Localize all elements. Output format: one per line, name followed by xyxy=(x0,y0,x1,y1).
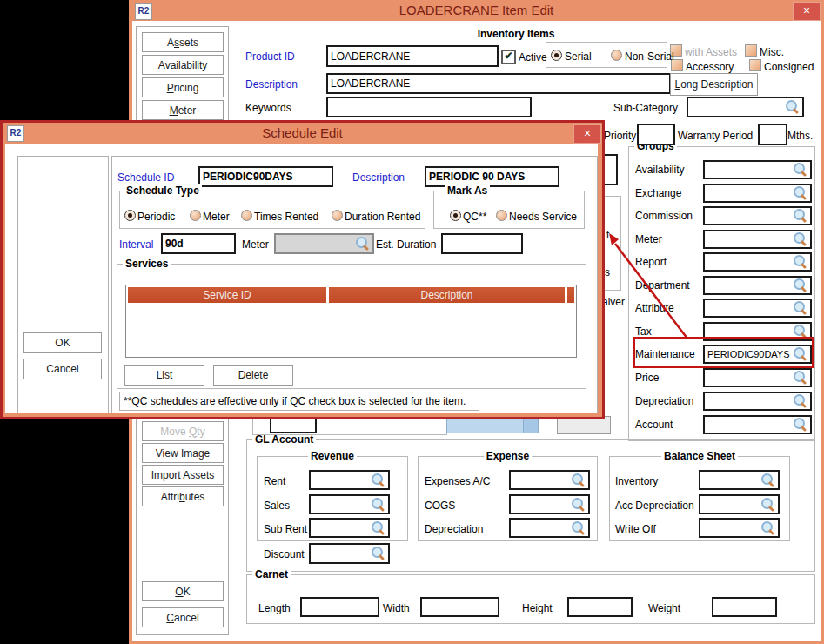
search-icon[interactable] xyxy=(793,417,808,433)
search-icon[interactable] xyxy=(793,278,808,293)
active-checkbox[interactable]: ✔ xyxy=(501,50,516,64)
serial-radio[interactable] xyxy=(551,50,562,61)
meter-type-label[interactable]: Meter xyxy=(203,211,230,223)
rent-input[interactable] xyxy=(309,470,390,490)
search-icon[interactable] xyxy=(793,231,808,247)
search-icon[interactable] xyxy=(793,208,808,224)
cogs-input[interactable] xyxy=(509,494,590,514)
sidebar-button-import-assets[interactable]: Import Assets xyxy=(142,465,224,485)
duration-rented-label[interactable]: Duration Rented xyxy=(345,211,420,223)
schedule-edit-close-icon[interactable]: × xyxy=(573,124,601,144)
expenses-ac-input[interactable] xyxy=(509,470,590,490)
groups-input-commission[interactable] xyxy=(703,206,812,225)
groups-input-department[interactable] xyxy=(703,276,812,295)
est-duration-input[interactable] xyxy=(441,233,523,254)
sub-rent-input[interactable] xyxy=(309,518,390,538)
item-edit-titlebar[interactable]: R2 LOADERCRANE Item Edit × xyxy=(129,0,824,21)
misc-label[interactable]: Misc. xyxy=(760,46,784,58)
length-input[interactable] xyxy=(300,597,379,617)
qc-radio[interactable] xyxy=(450,210,461,221)
width-input[interactable] xyxy=(420,597,499,617)
groups-input-exchange[interactable] xyxy=(703,184,812,203)
times-rented-label[interactable]: Times Rented xyxy=(254,211,318,223)
search-icon[interactable] xyxy=(793,254,808,270)
misc-checkbox[interactable] xyxy=(745,44,757,57)
search-icon[interactable] xyxy=(571,520,586,536)
product-id-input[interactable]: LOADERCRANE xyxy=(326,45,499,67)
cancel-button-schedule[interactable]: Cancel xyxy=(23,359,102,379)
search-icon[interactable] xyxy=(760,473,776,488)
description-input[interactable]: LOADERCRANE xyxy=(326,73,671,94)
services-title: Services xyxy=(123,258,171,270)
weight-input[interactable] xyxy=(712,597,777,617)
groups-input-account[interactable] xyxy=(703,415,812,434)
schedule-edit-titlebar[interactable]: R2 Schedule Edit × xyxy=(3,123,602,144)
services-col-description[interactable]: Description xyxy=(329,287,565,303)
search-icon[interactable] xyxy=(793,185,808,201)
list-button[interactable]: List xyxy=(124,365,204,386)
discount-input[interactable] xyxy=(309,543,390,564)
search-icon[interactable] xyxy=(571,473,586,488)
groups-input-availability[interactable] xyxy=(703,160,812,179)
search-icon[interactable] xyxy=(371,546,386,561)
sales-input[interactable] xyxy=(309,494,390,514)
meter-type-radio[interactable] xyxy=(190,210,201,221)
ok-button-main[interactable]: OK xyxy=(142,581,224,601)
groups-input-price[interactable] xyxy=(703,368,812,387)
height-input[interactable] xyxy=(567,597,633,617)
search-icon[interactable] xyxy=(785,99,801,115)
inventory-input[interactable] xyxy=(699,470,780,490)
sidebar-button-meter[interactable]: Meter xyxy=(142,100,224,120)
times-rented-radio[interactable] xyxy=(241,210,252,221)
search-icon[interactable] xyxy=(371,520,386,536)
ok-button-schedule[interactable]: OK xyxy=(23,332,102,353)
search-icon[interactable] xyxy=(793,370,808,386)
needs-service-label[interactable]: Needs Service xyxy=(509,211,577,223)
search-icon[interactable] xyxy=(371,497,386,513)
periodic-label[interactable]: Periodic xyxy=(137,211,175,223)
qc-label[interactable]: QC** xyxy=(463,211,486,223)
periodic-radio[interactable] xyxy=(124,210,136,221)
priority-input[interactable] xyxy=(637,124,675,145)
services-col-service-id[interactable]: Service ID xyxy=(128,287,326,303)
search-icon[interactable] xyxy=(793,393,808,409)
sidebar-button-pricing[interactable]: Pricing xyxy=(142,77,224,97)
search-icon[interactable] xyxy=(571,497,586,513)
search-icon[interactable] xyxy=(371,473,386,488)
acc-depreciation-input[interactable] xyxy=(699,494,780,514)
non-serial-radio[interactable] xyxy=(611,50,622,61)
keywords-input[interactable] xyxy=(326,97,532,117)
accessory-label[interactable]: Accessory xyxy=(686,61,734,73)
consigned-checkbox[interactable] xyxy=(749,59,761,71)
sidebar-button-view-image[interactable]: View Image xyxy=(142,443,224,463)
search-icon[interactable] xyxy=(793,300,808,316)
rent-label: Rent xyxy=(264,475,285,487)
serial-label[interactable]: Serial xyxy=(565,50,592,63)
groups-input-depreciation[interactable] xyxy=(703,392,812,411)
description-label: Description xyxy=(245,78,298,91)
groups-input-attribute[interactable] xyxy=(703,299,812,318)
cancel-button-main[interactable]: Cancel xyxy=(142,607,224,627)
long-description-button[interactable]: Long Description xyxy=(670,73,758,96)
sidebar-button-assets[interactable]: Assets xyxy=(142,32,224,52)
non-serial-label[interactable]: Non-Serial xyxy=(625,50,674,63)
delete-button[interactable]: Delete xyxy=(213,365,293,386)
search-icon[interactable] xyxy=(760,520,776,536)
schedule-id-input[interactable]: PERIODIC90DAYS xyxy=(198,166,333,187)
search-icon[interactable] xyxy=(793,162,808,178)
sidebar-button-attributes[interactable]: Attributes xyxy=(142,486,224,506)
sub-category-input[interactable] xyxy=(687,97,804,117)
item-edit-close-icon[interactable]: × xyxy=(793,2,821,21)
consigned-label[interactable]: Consigned xyxy=(764,61,814,73)
interval-input[interactable]: 90d xyxy=(161,233,236,254)
duration-rented-radio[interactable] xyxy=(332,210,343,221)
sidebar-button-availability[interactable]: Availability xyxy=(142,55,224,75)
warranty-period-input[interactable] xyxy=(758,124,787,145)
groups-input-report[interactable] xyxy=(703,252,812,272)
depreciation-expense-input[interactable] xyxy=(509,518,590,538)
services-table[interactable]: Service ID Description xyxy=(125,285,577,358)
search-icon[interactable] xyxy=(760,497,776,513)
write-off-input[interactable] xyxy=(699,518,780,538)
groups-input-meter[interactable] xyxy=(703,230,812,249)
needs-service-radio[interactable] xyxy=(496,210,507,221)
